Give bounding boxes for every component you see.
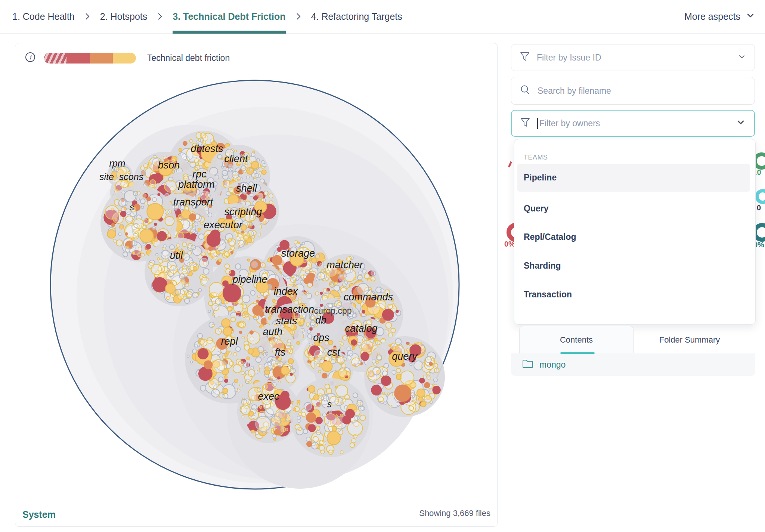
technical-debt-panel: rpmsite_sconsdbtestsbsonclientrpcplatfor… <box>15 43 498 527</box>
cluster-label-index: index <box>274 286 298 297</box>
chevron-right-icon <box>295 12 301 21</box>
breadcrumb: 1. Code Health 2. Hotspots 3. Technical … <box>0 0 765 34</box>
chart-legend: i Technical debt friction <box>25 52 230 64</box>
cluster-label-client: client <box>224 153 248 164</box>
cluster-label-cst: cst <box>327 347 341 358</box>
cluster-label-matcher: matcher <box>326 259 363 270</box>
teams-group-header: TEAMS <box>524 154 548 161</box>
owners-option-repl-catalog[interactable]: Repl/Catalog <box>517 223 750 251</box>
cluster-label-s: s <box>130 202 134 212</box>
cluster-label-rpm: rpm <box>109 158 125 168</box>
tab-hotspots[interactable]: 2. Hotspots <box>100 11 147 22</box>
active-tab-indicator <box>560 352 595 354</box>
cluster-label-commands: commands <box>344 291 393 303</box>
legend-orange-segment <box>90 53 113 64</box>
cluster-label-transaction: transaction <box>265 304 314 315</box>
info-icon[interactable]: i <box>25 52 36 64</box>
cluster-label-dbtests: dbtests <box>191 143 223 154</box>
cluster-label-transport: transport <box>173 197 214 208</box>
contents-folder-row[interactable]: mongo <box>511 353 755 376</box>
owners-option-query[interactable]: Query <box>517 195 750 223</box>
funnel-icon <box>520 117 530 130</box>
tech-debt-bubble-chart[interactable]: rpmsite_sconsdbtestsbsonclientrpcplatfor… <box>15 43 498 527</box>
tab-technical-debt-friction[interactable]: 3. Technical Debt Friction <box>173 11 285 22</box>
cluster-util[interactable] <box>145 238 213 306</box>
cluster-s2[interactable] <box>290 378 369 457</box>
filter-owners-placeholder: Filter by owners <box>539 118 729 129</box>
tab-refactoring-targets[interactable]: 4. Refactoring Targets <box>311 11 402 22</box>
cluster-label-ops: ops <box>313 332 329 343</box>
cluster-label-executor: executor <box>204 219 243 231</box>
filter-by-issue-field[interactable]: Filter by Issue ID <box>511 44 755 71</box>
more-aspects-menu[interactable]: More aspects <box>684 10 756 23</box>
cluster-label-shell: shell <box>236 183 257 194</box>
chevron-down-icon[interactable] <box>737 52 746 63</box>
cluster-label-util: util <box>170 250 183 261</box>
search-filename-field[interactable]: Search by filename <box>511 77 755 105</box>
filter-issue-placeholder: Filter by Issue ID <box>537 53 731 63</box>
cluster-exec[interactable] <box>237 380 300 443</box>
tab-folder-summary[interactable]: Folder Summary <box>634 326 746 354</box>
cluster-label-auth: auth <box>263 326 283 337</box>
cluster-label-repl: repl <box>221 336 238 347</box>
cluster-label-bson: bson <box>158 160 180 171</box>
owners-option-sharding[interactable]: Sharding <box>517 252 750 280</box>
legend-yellow-segment <box>113 53 136 64</box>
chevron-down-icon <box>745 10 756 23</box>
owners-option-pipeline[interactable]: Pipeline <box>517 164 750 192</box>
legend-label: Technical debt friction <box>147 53 230 63</box>
folder-icon <box>522 359 533 370</box>
navy-gauge-value: 0 <box>757 204 761 212</box>
green-gauge-value: .0 <box>755 168 761 177</box>
chevron-down-icon[interactable] <box>735 117 746 129</box>
tab-folder-summary-label: Folder Summary <box>659 335 720 345</box>
cluster-label-scripting: scripting <box>224 206 262 217</box>
legend-red-segment <box>66 53 90 64</box>
cluster-label-db: db <box>315 315 326 326</box>
owners-dropdown-menu: TEAMS Pipeline Query Repl/Catalog Shardi… <box>514 139 756 325</box>
chevron-right-icon <box>84 12 90 21</box>
cluster-label-pipeline: pipeline <box>232 274 267 285</box>
cluster-label-stats: stats <box>276 315 297 327</box>
cluster-label-s2: s <box>327 399 332 409</box>
hidden-score-fragment <box>508 161 512 168</box>
cluster-label-query: query <box>392 351 418 362</box>
cluster-label-site_scons: site_scons <box>99 171 143 182</box>
cluster-label-rpc: rpc <box>192 168 207 180</box>
friction-scale-legend <box>44 53 136 64</box>
text-caret <box>537 118 538 129</box>
cyan-gauge-fragment <box>755 189 765 204</box>
cluster-label-fts: fts <box>275 347 286 358</box>
chevron-right-icon <box>157 12 163 21</box>
red-gauge-value: 0% <box>504 240 515 248</box>
tab-contents-label: Contents <box>560 335 593 345</box>
cluster-label-platform: platform <box>178 179 215 190</box>
owners-option-transaction[interactable]: Transaction <box>517 281 750 309</box>
cluster-label-catalog: catalog <box>345 323 377 334</box>
system-root-link[interactable]: System <box>22 509 56 520</box>
legend-hatched-segment <box>44 53 66 64</box>
folder-name: mongo <box>539 360 566 370</box>
tab-code-health[interactable]: 1. Code Health <box>12 11 75 22</box>
search-icon <box>520 84 531 97</box>
cluster-label-exec: exec <box>258 391 279 402</box>
more-aspects-label: More aspects <box>684 11 740 22</box>
files-count-label: Showing 3,669 files <box>419 508 490 518</box>
funnel-icon <box>520 51 530 64</box>
tab-contents[interactable]: Contents <box>519 326 634 354</box>
search-filename-placeholder: Search by filename <box>538 86 746 96</box>
cluster-query[interactable] <box>364 336 445 417</box>
svg-text:i: i <box>29 54 32 61</box>
cluster-label-storage: storage <box>281 248 315 259</box>
filter-by-owners-field[interactable]: Filter by owners <box>511 110 755 137</box>
